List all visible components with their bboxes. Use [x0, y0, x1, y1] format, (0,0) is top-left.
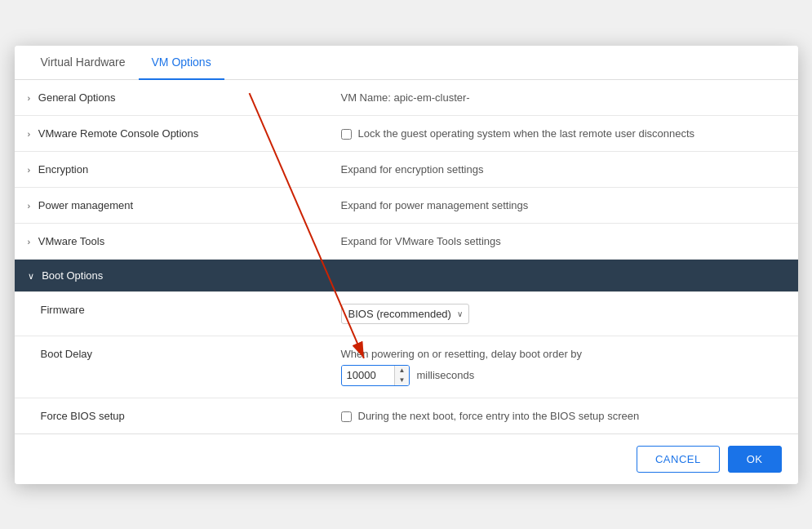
spinner-down-button[interactable]: ▼ — [395, 376, 410, 385]
label-general-options: General Options — [38, 91, 116, 104]
row-force-bios: Force BIOS setup During the next boot, f… — [15, 398, 798, 433]
value-encryption: Expand for encryption settings — [341, 163, 484, 176]
expand-icon-power[interactable]: › — [28, 201, 31, 211]
dialog-footer: CANCEL OK — [15, 433, 798, 484]
expand-icon-encryption[interactable]: › — [28, 165, 31, 175]
content-area: › General Options VM Name: apic-em-clust… — [15, 80, 798, 433]
force-bios-label: During the next boot, force entry into t… — [358, 410, 640, 422]
ok-button[interactable]: OK — [728, 446, 782, 473]
row-vmware-tools: › VMware Tools Expand for VMware Tools s… — [15, 223, 798, 259]
force-bios-row: During the next boot, force entry into t… — [341, 410, 785, 422]
value-general-options: VM Name: apic-em-cluster- — [341, 91, 470, 104]
tab-bar: Virtual Hardware VM Options — [15, 46, 798, 80]
value-vmware-tools: Expand for VMware Tools settings — [341, 235, 501, 247]
boot-delay-unit: milliseconds — [416, 369, 474, 381]
value-power-management: Expand for power management settings — [341, 199, 529, 211]
boot-delay-input[interactable]: 10000 — [342, 366, 394, 385]
expand-icon-console[interactable]: › — [28, 129, 31, 139]
boot-delay-wrap: When powering on or resetting, delay boo… — [341, 348, 785, 386]
force-bios-checkbox[interactable] — [341, 411, 352, 422]
tab-vm-options[interactable]: VM Options — [139, 46, 224, 80]
boot-delay-input-row: 10000 ▲ ▼ milliseconds — [341, 365, 785, 386]
expand-icon-boot: ∨ — [28, 271, 34, 282]
row-power-management: › Power management Expand for power mana… — [15, 187, 798, 223]
boot-delay-number-wrap: 10000 ▲ ▼ — [341, 365, 410, 386]
dialog: Virtual Hardware VM Options › General Op… — [15, 46, 798, 484]
label-power-management: Power management — [38, 199, 133, 211]
label-vmware-remote: VMware Remote Console Options — [38, 127, 199, 140]
row-boot-delay: Boot Delay When powering on or resetting… — [15, 336, 798, 398]
tab-virtual-hardware[interactable]: Virtual Hardware — [28, 46, 139, 80]
row-general-options: › General Options VM Name: apic-em-clust… — [15, 80, 798, 116]
remote-console-options: Lock the guest operating system when the… — [341, 127, 785, 140]
lock-guest-label: Lock the guest operating system when the… — [358, 127, 695, 140]
lock-guest-checkbox[interactable] — [341, 129, 352, 140]
cancel-button[interactable]: CANCEL — [637, 446, 720, 473]
label-boot-options: Boot Options — [42, 269, 103, 282]
settings-table: › General Options VM Name: apic-em-clust… — [15, 80, 798, 433]
boot-delay-description: When powering on or resetting, delay boo… — [341, 348, 785, 360]
label-force-bios: Force BIOS setup — [41, 410, 125, 422]
row-vmware-remote-console: › VMware Remote Console Options Lock the… — [15, 115, 798, 151]
firmware-select-wrap: BIOS (recommended) EFI — [341, 304, 469, 324]
expand-icon-vmware-tools[interactable]: › — [28, 237, 31, 247]
row-firmware: Firmware BIOS (recommended) EFI — [15, 291, 798, 336]
spinner-buttons: ▲ ▼ — [394, 366, 410, 385]
label-encryption: Encryption — [38, 163, 88, 176]
firmware-select[interactable]: BIOS (recommended) EFI — [341, 304, 469, 324]
spinner-up-button[interactable]: ▲ — [395, 366, 410, 376]
label-boot-delay: Boot Delay — [41, 348, 93, 360]
expand-icon-general[interactable]: › — [28, 93, 31, 103]
label-vmware-tools: VMware Tools — [38, 235, 104, 247]
label-firmware: Firmware — [41, 304, 85, 316]
row-boot-options-header[interactable]: ∨ Boot Options — [15, 259, 798, 291]
row-encryption: › Encryption Expand for encryption setti… — [15, 151, 798, 187]
